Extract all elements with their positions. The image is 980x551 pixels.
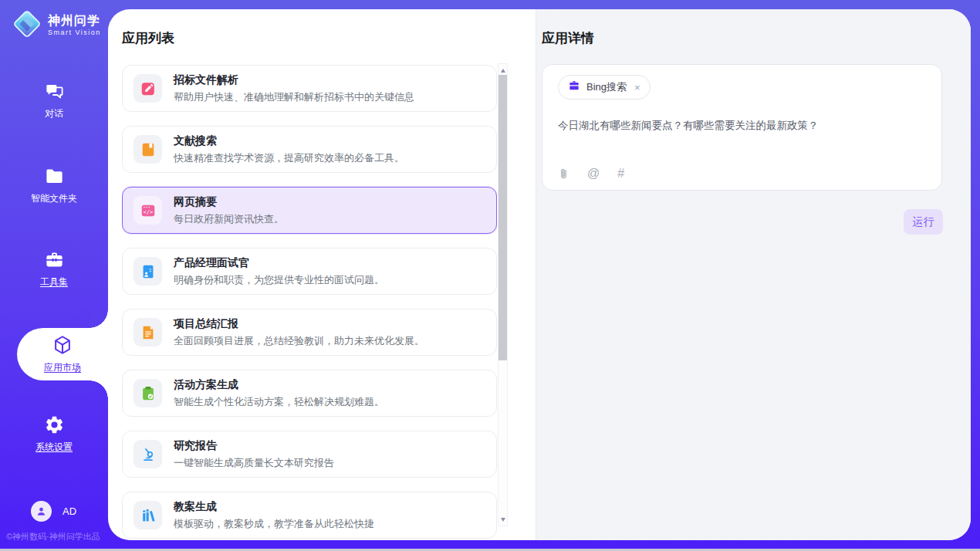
svg-text:</>: </> [143, 209, 152, 215]
folder-icon [44, 165, 65, 187]
app-card-desc: 智能生成个性化活动方案，轻松解决规划难题。 [174, 395, 384, 409]
scrollbar-thumb[interactable] [498, 75, 507, 360]
book-icon [133, 135, 162, 164]
app-card[interactable]: 活动方案生成智能生成个性化活动方案，轻松解决规划难题。 [122, 370, 497, 417]
app-detail-title: 应用详情 [542, 29, 943, 47]
prompt-card: Bing搜索 × 今日湖北有哪些新闻要点？有哪些需要关注的最新政策？ @ # [542, 64, 942, 191]
app-card-title: 教案生成 [174, 500, 374, 514]
chat-icon [44, 80, 65, 102]
user-initials: AD [63, 505, 76, 517]
microscope-icon [133, 440, 162, 468]
app-card-desc: 全面回顾项目进展，总结经验教训，助力未来优化发展。 [174, 334, 424, 348]
app-card-title: 网页摘要 [174, 195, 284, 209]
briefcase-icon [568, 79, 580, 95]
report-note-icon [133, 318, 162, 346]
app-card-title: 产品经理面试官 [174, 256, 384, 270]
sidebar-item-label: 智能文件夹 [31, 192, 77, 205]
app-detail-panel: 应用详情 Bing搜索 × 今日湖北有哪些新闻要点？有哪些需要关注的最新政策？ … [536, 9, 971, 540]
composer-toolbar: @ # [558, 167, 624, 180]
tool-chip[interactable]: Bing搜索 × [558, 75, 651, 100]
app-card-desc: 一键智能生成高质量长文本研究报告 [174, 456, 334, 470]
sidebar-item-label: 对话 [45, 107, 63, 120]
web-code-icon: </> [133, 196, 162, 225]
app-card-desc: 帮助用户快速、准确地理解和解析招标书中的关键信息 [174, 90, 414, 104]
user-row[interactable]: AD [31, 501, 76, 522]
app-card-title: 文献搜索 [174, 134, 404, 148]
app-list-title: 应用列表 [122, 29, 536, 47]
app-card-desc: 快速精准查找学术资源，提高研究效率的必备工具。 [174, 151, 404, 165]
app-card-title: 招标文件解析 [174, 73, 414, 87]
hash-icon[interactable]: # [617, 167, 624, 180]
app-card[interactable]: 教案生成模板驱动，教案秒成，教学准备从此轻松快捷 [122, 492, 497, 539]
gear-icon [44, 414, 65, 435]
sidebar: 神州问学 Smart Vision 对话智能文件夹工具集应用市场系统设置 AD … [0, 0, 108, 551]
app-card-desc: 明确身份和职责，为您提供专业性的面试问题。 [174, 273, 384, 287]
prompt-text[interactable]: 今日湖北有哪些新闻要点？有哪些需要关注的最新政策？ [558, 119, 926, 133]
tool-chip-label: Bing搜索 [586, 80, 627, 94]
app-card-title: 活动方案生成 [174, 378, 384, 392]
app-card[interactable]: 招标文件解析帮助用户快速、准确地理解和解析招标书中的关键信息 [122, 65, 497, 112]
brand-subtitle: Smart Vision [48, 29, 101, 37]
sidebar-item-folders[interactable]: 智能文件夹 [0, 165, 108, 205]
toolbox-icon [44, 248, 65, 270]
scroll-down-arrow-icon[interactable] [498, 515, 507, 524]
books-icon [133, 501, 162, 529]
app-card-desc: 模板驱动，教案秒成，教学准备从此轻松快捷 [174, 517, 374, 531]
sidebar-item-market[interactable]: 应用市场 [17, 328, 108, 380]
app-card[interactable]: 项目总结汇报全面回顾项目进展，总结经验教训，助力未来优化发展。 [122, 309, 497, 356]
copyright: ©神州数码·神州问学出品 [6, 531, 100, 543]
app-card[interactable]: 研究报告一键智能生成高质量长文本研究报告 [122, 431, 497, 478]
app-card[interactable]: </>网页摘要每日政府新闻资讯快查。 [122, 187, 497, 234]
sidebar-item-label: 应用市场 [44, 361, 81, 374]
sidebar-item-chat[interactable]: 对话 [0, 80, 108, 120]
chip-close-icon[interactable]: × [634, 82, 640, 93]
app-card-title: 项目总结汇报 [174, 317, 424, 331]
sidebar-item-settings[interactable]: 系统设置 [0, 414, 108, 454]
edit-doc-icon [133, 74, 162, 103]
sidebar-item-label: 系统设置 [35, 441, 73, 454]
cube-icon [52, 334, 73, 356]
scrollbar[interactable] [498, 63, 508, 526]
app-card[interactable]: 产品经理面试官明确身份和职责，为您提供专业性的面试问题。 [122, 248, 497, 295]
app-card-desc: 每日政府新闻资讯快查。 [174, 212, 284, 226]
brand-diamond-icon [12, 9, 42, 42]
app-card[interactable]: 文献搜索快速精准查找学术资源，提高研究效率的必备工具。 [122, 126, 497, 173]
clipboard-check-icon [133, 379, 162, 407]
app-list-panel: 应用列表 招标文件解析帮助用户快速、准确地理解和解析招标书中的关键信息文献搜索快… [108, 9, 536, 540]
brand-logo: 神州问学 Smart Vision [12, 9, 101, 42]
main-content: 应用列表 招标文件解析帮助用户快速、准确地理解和解析招标书中的关键信息文献搜索快… [108, 9, 971, 540]
paperclip-icon[interactable] [558, 167, 569, 180]
app-card-title: 研究报告 [174, 439, 334, 453]
interview-doc-icon [133, 257, 162, 286]
brand-name: 神州问学 [48, 14, 101, 28]
scroll-up-arrow-icon[interactable] [498, 66, 507, 75]
sidebar-item-tools[interactable]: 工具集 [0, 248, 108, 289]
run-button[interactable]: 运行 [904, 209, 943, 235]
avatar[interactable] [31, 501, 52, 522]
app-card-list: 招标文件解析帮助用户快速、准确地理解和解析招标书中的关键信息文献搜索快速精准查找… [122, 65, 497, 540]
sidebar-item-label: 工具集 [40, 276, 68, 289]
at-icon[interactable]: @ [587, 167, 600, 180]
